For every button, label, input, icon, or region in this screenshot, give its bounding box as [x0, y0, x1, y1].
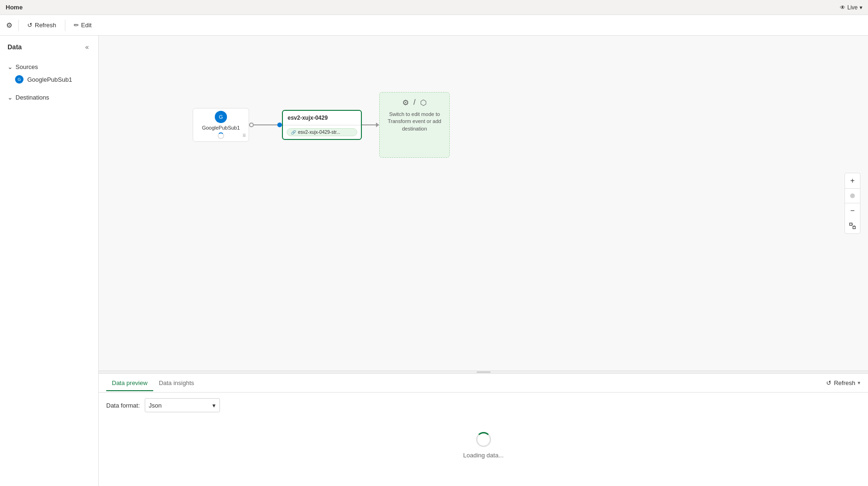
- data-format-select[interactable]: Json ▾: [145, 398, 220, 412]
- loading-spinner-node: [218, 132, 224, 139]
- connector-2: [362, 123, 379, 127]
- loading-spinner: [476, 432, 491, 447]
- zoom-out-button[interactable]: −: [845, 203, 860, 218]
- refresh-label: Refresh: [35, 22, 56, 29]
- chevron-down-icon: ⌄: [8, 63, 13, 70]
- tab-data-insights-label: Data insights: [159, 379, 194, 386]
- eye-icon: 👁: [840, 4, 845, 11]
- link-icon: 🔗: [291, 130, 296, 135]
- collapse-icon: «: [85, 43, 89, 51]
- app-title: Home: [6, 4, 23, 11]
- destinations-section: ⌄ Destinations: [0, 89, 98, 106]
- source-icon: G: [15, 75, 23, 84]
- bottom-panel-content: Data format: Json ▾ Loading data...: [99, 393, 868, 486]
- zoom-indicator: [845, 188, 860, 203]
- tab-data-preview[interactable]: Data preview: [106, 376, 153, 391]
- bottom-refresh-button[interactable]: ↺ Refresh ▾: [826, 379, 860, 386]
- destinations-label: Destinations: [16, 94, 49, 101]
- toolbar: ⚙ ↺ Refresh ✏ Edit: [0, 15, 868, 36]
- fit-view-button[interactable]: [845, 218, 860, 233]
- live-indicator[interactable]: 👁 Live ▾: [840, 4, 862, 11]
- zoom-controls: + −: [845, 173, 860, 234]
- arrow-right-icon: [376, 123, 379, 127]
- bottom-refresh-icon: ↺: [826, 379, 831, 386]
- source-node[interactable]: G GooglePubSub1 ≡: [193, 108, 249, 142]
- connector-dot-left: [249, 123, 254, 127]
- top-bar: Home 👁 Live ▾: [0, 0, 868, 15]
- svg-rect-1: [853, 226, 855, 229]
- chevron-down-icon: ▾: [860, 4, 862, 11]
- bottom-refresh-label: Refresh: [834, 379, 855, 386]
- tab-data-preview-label: Data preview: [112, 379, 148, 386]
- toolbar-divider-2: [65, 20, 65, 31]
- canvas-area: G GooglePubSub1 ≡ esv2-xujx-0429: [99, 36, 868, 486]
- dest-icons: ⚙ / ⬡: [402, 98, 427, 107]
- sidebar-title: Data: [8, 43, 22, 51]
- edit-label: Edit: [81, 22, 92, 29]
- sources-header[interactable]: ⌄ Sources: [0, 61, 98, 73]
- sources-label: Sources: [16, 63, 38, 70]
- hamburger-icon: ≡: [242, 132, 246, 139]
- sources-section: ⌄ Sources G GooglePubSub1: [0, 58, 98, 89]
- gear-icon: ⚙: [6, 21, 12, 29]
- stream-node-header: esv2-xujx-0429: [283, 111, 361, 125]
- flow-diagram: G GooglePubSub1 ≡ esv2-xujx-0429: [193, 92, 450, 158]
- connector-line-2: [362, 124, 376, 125]
- stream-node[interactable]: esv2-xujx-0429 🔗 esv2-xujx-0429-str...: [282, 110, 362, 140]
- stream-node-body: 🔗 esv2-xujx-0429-str...: [283, 125, 361, 139]
- dest-hint-text: Switch to edit mode to Transform event o…: [384, 111, 445, 132]
- collapse-sidebar-button[interactable]: «: [83, 42, 91, 52]
- resize-dots: [477, 371, 491, 373]
- bottom-panel: Data preview Data insights ↺ Refresh ▾ D…: [99, 373, 868, 486]
- refresh-button[interactable]: ↺ Refresh: [23, 19, 61, 31]
- sidebar-header: Data «: [0, 36, 98, 58]
- settings-button[interactable]: ⚙: [4, 19, 15, 32]
- data-format-row: Data format: Json ▾: [106, 398, 860, 412]
- connector-dot-right: [277, 123, 282, 127]
- stream-chip: 🔗 esv2-xujx-0429-str...: [287, 128, 357, 136]
- gear-icon-dest: ⚙: [402, 98, 409, 107]
- sidebar: Data « ⌄ Sources G GooglePubSub1 ⌄ Desti…: [0, 36, 99, 486]
- plus-icon: +: [850, 177, 854, 185]
- destinations-header[interactable]: ⌄ Destinations: [0, 92, 98, 103]
- destination-suggestion-box: ⚙ / ⬡ Switch to edit mode to Transform e…: [379, 92, 450, 158]
- loading-state: Loading data...: [106, 418, 860, 473]
- bottom-panel-tabs: Data preview Data insights ↺ Refresh ▾: [99, 374, 868, 393]
- source-node-label: GooglePubSub1: [202, 125, 240, 131]
- refresh-icon: ↺: [27, 22, 32, 29]
- slash-icon: /: [414, 98, 415, 107]
- toolbar-divider: [18, 20, 19, 31]
- data-format-label: Data format:: [106, 402, 140, 409]
- tab-data-insights[interactable]: Data insights: [153, 376, 200, 391]
- source-item-label: GooglePubSub1: [27, 76, 72, 83]
- minus-icon: −: [850, 207, 854, 215]
- main-layout: Data « ⌄ Sources G GooglePubSub1 ⌄ Desti…: [0, 36, 868, 486]
- loading-text: Loading data...: [463, 452, 503, 459]
- sidebar-item-googlepubsub[interactable]: G GooglePubSub1: [0, 73, 98, 86]
- stream-chip-label: esv2-xujx-0429-str...: [298, 130, 340, 135]
- export-icon: ⬡: [420, 98, 427, 107]
- fit-icon: [849, 222, 856, 230]
- flow-canvas[interactable]: G GooglePubSub1 ≡ esv2-xujx-0429: [99, 36, 868, 370]
- bottom-chevron-icon: ▾: [858, 380, 860, 386]
- connector-1: [249, 123, 282, 127]
- source-node-icon: G: [215, 111, 227, 123]
- zoom-in-button[interactable]: +: [845, 173, 860, 188]
- edit-button[interactable]: ✏ Edit: [69, 19, 96, 31]
- zoom-dot: [850, 193, 855, 198]
- data-format-value: Json: [149, 402, 162, 409]
- chevron-down-icon-dest: ⌄: [8, 94, 13, 101]
- stream-node-title: esv2-xujx-0429: [288, 115, 328, 121]
- connector-line-1: [254, 124, 277, 125]
- select-chevron-icon: ▾: [212, 402, 216, 409]
- edit-icon: ✏: [74, 22, 79, 29]
- svg-rect-0: [850, 223, 852, 225]
- live-label: Live: [847, 4, 858, 11]
